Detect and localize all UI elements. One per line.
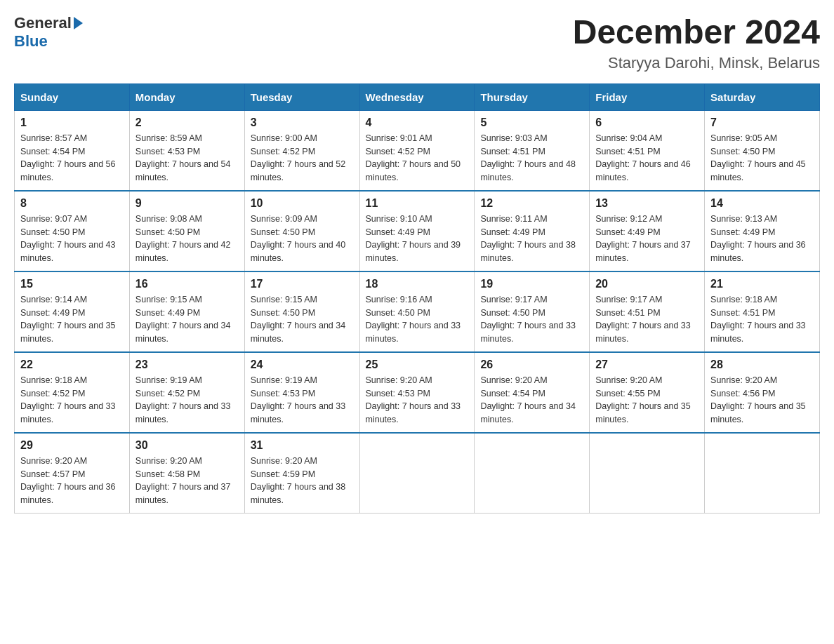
calendar-day-cell: 20 Sunrise: 9:17 AM Sunset: 4:51 PM Dayl… [590,271,705,352]
day-number: 20 [595,278,699,290]
calendar-day-cell [359,433,475,514]
day-info: Sunrise: 9:20 AM Sunset: 4:59 PM Dayligh… [251,455,354,507]
day-info: Sunrise: 9:20 AM Sunset: 4:54 PM Dayligh… [480,374,583,427]
calendar-day-cell: 4 Sunrise: 9:01 AM Sunset: 4:52 PM Dayli… [359,110,475,191]
col-saturday: Saturday [705,83,820,110]
calendar-day-cell: 16 Sunrise: 9:15 AM Sunset: 4:49 PM Dayl… [129,271,244,352]
day-info: Sunrise: 9:20 AM Sunset: 4:57 PM Dayligh… [20,455,124,507]
calendar-day-cell: 19 Sunrise: 9:17 AM Sunset: 4:50 PM Dayl… [475,271,590,352]
day-info: Sunrise: 9:20 AM Sunset: 4:53 PM Dayligh… [366,374,469,427]
calendar-day-cell: 10 Sunrise: 9:09 AM Sunset: 4:50 PM Dayl… [244,191,359,271]
calendar-week-row: 22 Sunrise: 9:18 AM Sunset: 4:52 PM Dayl… [15,352,820,433]
calendar-day-cell: 6 Sunrise: 9:04 AM Sunset: 4:51 PM Dayli… [590,110,705,191]
day-info: Sunrise: 9:14 AM Sunset: 4:49 PM Dayligh… [20,293,124,346]
calendar-day-cell [705,433,820,514]
calendar-day-cell: 7 Sunrise: 9:05 AM Sunset: 4:50 PM Dayli… [705,110,820,191]
calendar-day-cell [475,433,590,514]
day-number: 30 [135,439,239,452]
day-info: Sunrise: 9:16 AM Sunset: 4:50 PM Dayligh… [366,293,469,346]
day-number: 26 [480,358,583,371]
day-info: Sunrise: 9:08 AM Sunset: 4:50 PM Dayligh… [135,213,239,265]
calendar-day-cell: 15 Sunrise: 9:14 AM Sunset: 4:49 PM Dayl… [15,271,130,352]
day-number: 23 [135,358,239,371]
col-monday: Monday [129,83,244,110]
day-info: Sunrise: 9:04 AM Sunset: 4:51 PM Dayligh… [595,132,699,185]
calendar-day-cell: 25 Sunrise: 9:20 AM Sunset: 4:53 PM Dayl… [359,352,475,433]
day-info: Sunrise: 9:12 AM Sunset: 4:49 PM Dayligh… [595,213,699,265]
calendar-day-cell: 22 Sunrise: 9:18 AM Sunset: 4:52 PM Dayl… [15,352,130,433]
calendar-day-cell: 5 Sunrise: 9:03 AM Sunset: 4:51 PM Dayli… [475,110,590,191]
day-number: 27 [595,358,699,371]
day-number: 19 [480,278,583,290]
day-number: 8 [20,197,124,210]
calendar-day-cell: 31 Sunrise: 9:20 AM Sunset: 4:59 PM Dayl… [244,433,359,514]
day-info: Sunrise: 8:57 AM Sunset: 4:54 PM Dayligh… [20,132,124,185]
title-section: December 2024 Staryya Darohi, Minsk, Bel… [573,14,820,72]
calendar-week-row: 8 Sunrise: 9:07 AM Sunset: 4:50 PM Dayli… [15,191,820,271]
calendar-day-cell: 29 Sunrise: 9:20 AM Sunset: 4:57 PM Dayl… [15,433,130,514]
day-info: Sunrise: 9:19 AM Sunset: 4:52 PM Dayligh… [135,374,239,427]
day-number: 12 [480,197,583,210]
calendar-day-cell: 12 Sunrise: 9:11 AM Sunset: 4:49 PM Dayl… [475,191,590,271]
calendar-day-cell: 13 Sunrise: 9:12 AM Sunset: 4:49 PM Dayl… [590,191,705,271]
day-number: 18 [366,278,469,290]
day-info: Sunrise: 9:03 AM Sunset: 4:51 PM Dayligh… [480,132,583,185]
day-info: Sunrise: 9:07 AM Sunset: 4:50 PM Dayligh… [20,213,124,265]
day-info: Sunrise: 9:20 AM Sunset: 4:58 PM Dayligh… [135,455,239,507]
day-number: 2 [135,116,239,129]
col-friday: Friday [590,83,705,110]
logo-general-text: General [14,14,72,32]
day-info: Sunrise: 9:10 AM Sunset: 4:49 PM Dayligh… [366,213,469,265]
day-number: 25 [366,358,469,371]
page-header: General Blue December 2024 Staryya Daroh… [14,14,820,72]
day-info: Sunrise: 9:19 AM Sunset: 4:53 PM Dayligh… [251,374,354,427]
day-number: 10 [251,197,354,210]
calendar-day-cell: 23 Sunrise: 9:19 AM Sunset: 4:52 PM Dayl… [129,352,244,433]
month-title: December 2024 [573,14,820,51]
calendar-week-row: 1 Sunrise: 8:57 AM Sunset: 4:54 PM Dayli… [15,110,820,191]
col-wednesday: Wednesday [359,83,475,110]
day-info: Sunrise: 9:09 AM Sunset: 4:50 PM Dayligh… [251,213,354,265]
day-number: 13 [595,197,699,210]
logo-blue-text: Blue [14,32,48,51]
day-number: 5 [480,116,583,129]
day-info: Sunrise: 9:20 AM Sunset: 4:55 PM Dayligh… [595,374,699,427]
calendar-table: Sunday Monday Tuesday Wednesday Thursday… [14,83,820,514]
day-number: 9 [135,197,239,210]
calendar-day-cell: 26 Sunrise: 9:20 AM Sunset: 4:54 PM Dayl… [475,352,590,433]
calendar-day-cell: 11 Sunrise: 9:10 AM Sunset: 4:49 PM Dayl… [359,191,475,271]
day-number: 21 [710,278,814,290]
logo: General Blue [14,14,83,51]
day-number: 16 [135,278,239,290]
day-number: 15 [20,278,124,290]
day-info: Sunrise: 9:13 AM Sunset: 4:49 PM Dayligh… [710,213,814,265]
day-number: 11 [366,197,469,210]
calendar-day-cell: 1 Sunrise: 8:57 AM Sunset: 4:54 PM Dayli… [15,110,130,191]
col-tuesday: Tuesday [244,83,359,110]
day-info: Sunrise: 8:59 AM Sunset: 4:53 PM Dayligh… [135,132,239,185]
day-number: 31 [251,439,354,452]
calendar-day-cell: 9 Sunrise: 9:08 AM Sunset: 4:50 PM Dayli… [129,191,244,271]
day-number: 6 [595,116,699,129]
calendar-week-row: 29 Sunrise: 9:20 AM Sunset: 4:57 PM Dayl… [15,433,820,514]
day-number: 1 [20,116,124,129]
day-info: Sunrise: 9:18 AM Sunset: 4:52 PM Dayligh… [20,374,124,427]
calendar-day-cell [590,433,705,514]
day-info: Sunrise: 9:17 AM Sunset: 4:51 PM Dayligh… [595,293,699,346]
calendar-day-cell: 21 Sunrise: 9:18 AM Sunset: 4:51 PM Dayl… [705,271,820,352]
day-number: 4 [366,116,469,129]
day-number: 3 [251,116,354,129]
col-thursday: Thursday [475,83,590,110]
day-number: 7 [710,116,814,129]
day-info: Sunrise: 9:17 AM Sunset: 4:50 PM Dayligh… [480,293,583,346]
day-info: Sunrise: 9:15 AM Sunset: 4:50 PM Dayligh… [251,293,354,346]
calendar-day-cell: 30 Sunrise: 9:20 AM Sunset: 4:58 PM Dayl… [129,433,244,514]
day-info: Sunrise: 9:05 AM Sunset: 4:50 PM Dayligh… [710,132,814,185]
location-subtitle: Staryya Darohi, Minsk, Belarus [573,54,820,72]
day-info: Sunrise: 9:18 AM Sunset: 4:51 PM Dayligh… [710,293,814,346]
day-number: 22 [20,358,124,371]
calendar-day-cell: 2 Sunrise: 8:59 AM Sunset: 4:53 PM Dayli… [129,110,244,191]
calendar-day-cell: 27 Sunrise: 9:20 AM Sunset: 4:55 PM Dayl… [590,352,705,433]
day-number: 14 [710,197,814,210]
calendar-header-row: Sunday Monday Tuesday Wednesday Thursday… [15,83,820,110]
